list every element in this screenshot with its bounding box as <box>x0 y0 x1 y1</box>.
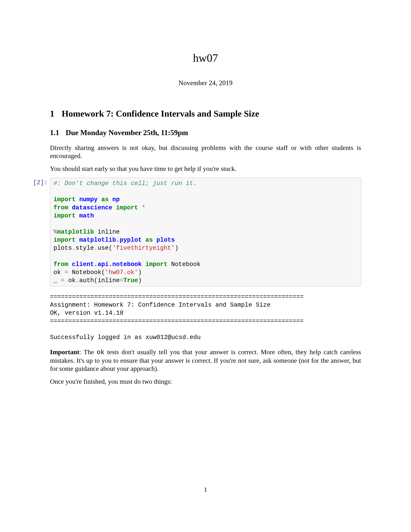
code-text: ok <box>54 269 65 276</box>
code-operator: . <box>94 245 98 251</box>
code-cell: #: Don't change this cell; just run it. … <box>50 178 361 286</box>
code-keyword: as <box>145 237 153 243</box>
code-keyword: import <box>54 237 75 243</box>
code-operator: = <box>61 277 65 284</box>
code-module: np <box>112 196 120 203</box>
code-keyword: True <box>123 277 138 284</box>
section-heading: 1Homework 7: Confidence Intervals and Sa… <box>50 108 361 119</box>
code-text: style <box>75 245 94 251</box>
code-text: ok <box>65 277 75 284</box>
code-operator: * <box>142 204 145 211</box>
section-title: Homework 7: Confidence Intervals and Sam… <box>62 109 259 118</box>
code-keyword: import <box>116 204 138 211</box>
code-cell-row: [2]: #: Don't change this cell; just run… <box>29 178 361 286</box>
code-module: plots <box>157 237 175 243</box>
code-operator: = <box>120 277 123 284</box>
code-comment: #: Don't change this cell; just run it. <box>54 180 197 187</box>
code-keyword: import <box>54 196 75 203</box>
code-keyword: import <box>145 261 168 268</box>
important-label: Important <box>50 348 79 356</box>
code-text: Notebook( <box>68 269 105 276</box>
code-keyword: from <box>54 204 68 211</box>
code-module: numpy <box>79 196 98 203</box>
subsection-heading: 1.1Due Monday November 25th, 11:59pm <box>50 128 361 137</box>
code-module: matplotlib.pyplot <box>79 237 142 243</box>
paragraph-start-early: You should start early so that you have … <box>50 165 361 173</box>
output-block: ========================================… <box>50 293 361 342</box>
code-text: ) <box>138 277 142 284</box>
code-text: plots <box>54 245 72 251</box>
subsection-title: Due Monday November 25th, 11:59pm <box>66 128 188 137</box>
code-operator: = <box>65 269 68 276</box>
paragraph-important: Important: The ok tests don't usually te… <box>50 348 361 372</box>
document-title: hw07 <box>50 52 361 65</box>
section-number: 1 <box>50 108 55 119</box>
code-text: use( <box>98 245 112 251</box>
code-text: Notebook <box>168 261 200 268</box>
code-text: ) <box>175 245 178 251</box>
code-text: _ <box>54 277 61 284</box>
code-module: datascience <box>72 204 112 211</box>
paragraph-finished: Once you're finished, you must do two th… <box>50 377 361 385</box>
code-operator: . <box>72 245 75 251</box>
code-keyword: matplotlib <box>57 228 94 235</box>
code-operator: % <box>54 228 57 235</box>
code-text: inline <box>94 228 120 235</box>
subsection-number: 1.1 <box>50 128 59 137</box>
inline-code: ok <box>97 349 104 356</box>
code-string: 'hw07.ok' <box>105 269 138 276</box>
code-text: ) <box>138 269 142 276</box>
code-keyword: from <box>54 261 68 268</box>
code-keyword: as <box>101 196 109 203</box>
code-text: auth(inline <box>79 277 120 284</box>
paragraph-sharing: Directly sharing answers is not okay, bu… <box>50 144 361 160</box>
code-module: client.api.notebook <box>72 261 142 268</box>
document-page: hw07 November 24, 2019 1Homework 7: Conf… <box>0 0 411 385</box>
page-number: 1 <box>0 485 411 493</box>
code-string: 'fivethirtyeight' <box>112 245 175 251</box>
code-keyword: import <box>54 212 75 219</box>
document-date: November 24, 2019 <box>50 79 361 87</box>
cell-prompt: [2]: <box>29 178 50 186</box>
paragraph-text: : The <box>79 348 97 356</box>
code-module: math <box>79 212 94 219</box>
code-operator: . <box>75 277 79 284</box>
